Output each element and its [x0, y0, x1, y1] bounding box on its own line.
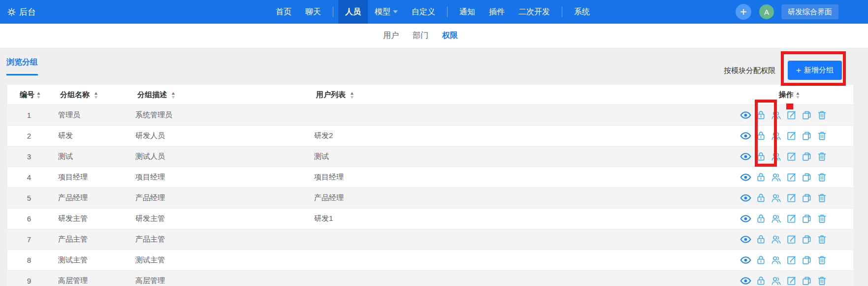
sort-icon[interactable]: ▲▼: [796, 91, 800, 99]
delete-icon[interactable]: [816, 213, 828, 224]
view-icon[interactable]: [740, 234, 751, 245]
add-group-button[interactable]: + 新增分组: [788, 61, 842, 80]
delete-icon[interactable]: [816, 109, 828, 121]
menu-item-1[interactable]: 聊天: [298, 0, 328, 24]
menu-item-5[interactable]: 自定义: [405, 0, 442, 24]
view-icon[interactable]: [740, 192, 751, 204]
cell-actions: [740, 234, 853, 245]
view-icon[interactable]: [740, 254, 751, 266]
view-icon[interactable]: [740, 275, 751, 286]
members-icon[interactable]: [771, 192, 782, 204]
edit-icon[interactable]: [786, 234, 797, 245]
members-icon[interactable]: [771, 130, 782, 142]
table-row: 9高层管理高层管理: [7, 271, 853, 286]
edit-icon[interactable]: [786, 109, 797, 121]
edit-icon[interactable]: [786, 130, 797, 142]
menu-item-7[interactable]: 通知: [452, 0, 482, 24]
edit-icon[interactable]: [786, 172, 797, 183]
members-icon[interactable]: [771, 254, 782, 266]
cell-actions: [740, 130, 853, 142]
lock-icon[interactable]: [755, 192, 767, 204]
copy-icon[interactable]: [801, 254, 812, 266]
copy-icon[interactable]: [801, 192, 812, 204]
members-icon[interactable]: [771, 213, 782, 224]
delete-icon[interactable]: [816, 254, 828, 266]
column-header-3[interactable]: 用户列表▲▼: [307, 90, 740, 100]
tab-2[interactable]: 权限: [442, 31, 458, 41]
view-icon[interactable]: [740, 130, 751, 142]
workspace-switch-button[interactable]: 研发综合界面: [781, 4, 838, 19]
members-icon[interactable]: [771, 172, 782, 183]
cell-number: 9: [7, 277, 51, 285]
tab-0[interactable]: 用户: [383, 31, 399, 41]
tab-browse-groups[interactable]: 浏览分组: [6, 57, 38, 75]
copy-icon[interactable]: [801, 172, 812, 183]
sort-icon[interactable]: ▲▼: [92, 91, 98, 99]
delete-icon[interactable]: [816, 151, 828, 162]
avatar[interactable]: A: [759, 4, 774, 19]
copy-icon[interactable]: [801, 275, 812, 286]
menu-item-4[interactable]: 模型: [368, 0, 405, 24]
members-icon[interactable]: [771, 234, 782, 245]
column-header-4[interactable]: 操作▲▼: [740, 90, 853, 100]
plus-icon: +: [796, 66, 801, 74]
cell-group-name: 测试: [51, 152, 129, 161]
brand-label: 后台: [19, 6, 36, 18]
cell-number: 2: [7, 132, 51, 140]
sort-icon[interactable]: ▲▼: [348, 91, 354, 99]
add-global-button[interactable]: +: [736, 4, 751, 20]
view-icon[interactable]: [740, 109, 751, 121]
copy-icon[interactable]: [801, 234, 812, 245]
view-icon[interactable]: [740, 151, 751, 162]
table-header-row: 编号▲▼分组名称▲▼分组描述▲▼用户列表▲▼操作▲▼: [7, 85, 853, 105]
copy-icon[interactable]: [801, 130, 812, 142]
column-header-1[interactable]: 分组名称▲▼: [51, 90, 129, 100]
view-icon[interactable]: [740, 213, 751, 224]
edit-icon[interactable]: [786, 254, 797, 266]
lock-icon[interactable]: [755, 275, 767, 286]
column-header-0[interactable]: 编号▲▼: [7, 90, 51, 100]
delete-icon[interactable]: [816, 192, 828, 204]
column-header-2[interactable]: 分组描述▲▼: [129, 90, 307, 100]
members-icon[interactable]: [771, 109, 782, 121]
lock-icon[interactable]: [755, 234, 767, 245]
delete-icon[interactable]: [816, 275, 828, 286]
copy-icon[interactable]: [801, 109, 812, 121]
edit-icon[interactable]: [786, 275, 797, 286]
cell-user-list: 产品经理: [307, 193, 740, 203]
cell-group-name: 项目经理: [51, 173, 129, 182]
delete-icon[interactable]: [816, 172, 828, 183]
lock-icon[interactable]: [755, 213, 767, 224]
sort-icon[interactable]: ▲▼: [36, 91, 41, 99]
menu-item-0[interactable]: 首页: [269, 0, 298, 24]
lock-icon[interactable]: [755, 151, 767, 162]
edit-icon[interactable]: [786, 151, 797, 162]
menu-item-11[interactable]: 系统: [567, 0, 597, 24]
lock-icon[interactable]: [755, 130, 767, 142]
plus-icon: +: [740, 6, 747, 18]
delete-icon[interactable]: [816, 130, 828, 142]
view-icon[interactable]: [740, 172, 751, 183]
members-icon[interactable]: [771, 151, 782, 162]
menu-item-8[interactable]: 插件: [482, 0, 512, 24]
sort-icon[interactable]: ▲▼: [169, 91, 175, 99]
edit-icon[interactable]: [786, 192, 797, 204]
table-row: 5产品经理产品经理产品经理: [7, 188, 853, 209]
app-brand[interactable]: 后台: [7, 0, 36, 24]
delete-icon[interactable]: [816, 234, 828, 245]
members-icon[interactable]: [771, 275, 782, 286]
lock-icon[interactable]: [755, 254, 767, 266]
cell-actions: [740, 151, 853, 162]
edit-icon[interactable]: [786, 213, 797, 224]
menu-item-9[interactable]: 二次开发: [512, 0, 557, 24]
avatar-letter: A: [764, 8, 769, 16]
copy-icon[interactable]: [801, 151, 812, 162]
cell-user-list: 研发2: [307, 131, 740, 141]
lock-icon[interactable]: [755, 172, 767, 183]
menu-divider: [447, 6, 448, 17]
menu-item-3[interactable]: 人员: [338, 0, 368, 24]
tab-1[interactable]: 部门: [413, 31, 428, 41]
assign-by-module-link[interactable]: 按模块分配权限: [724, 66, 775, 75]
copy-icon[interactable]: [801, 213, 812, 224]
lock-icon[interactable]: [755, 109, 767, 121]
